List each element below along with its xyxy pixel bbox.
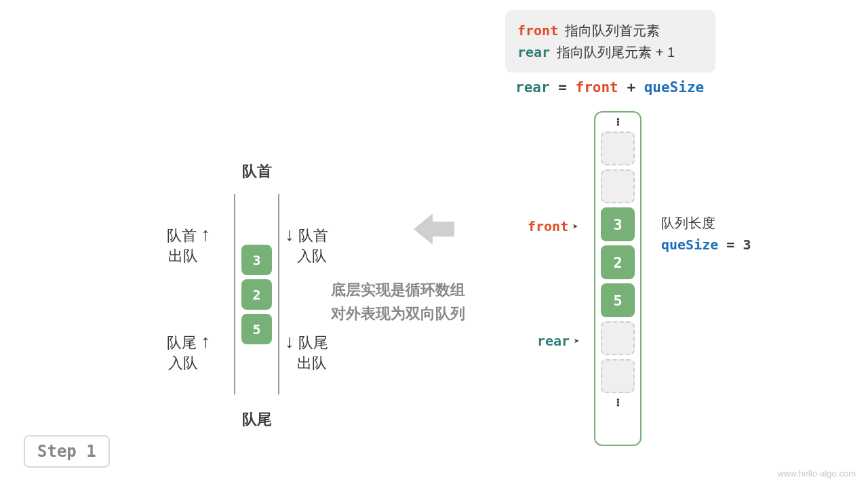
- deque-tail-label: 队尾: [242, 409, 272, 430]
- queue-size-kw: queSize: [661, 237, 718, 253]
- deque-stack: 3 2 5: [241, 245, 272, 344]
- formula-front: front: [576, 79, 618, 96]
- array-slot-empty: [601, 169, 635, 203]
- rear-pointer: rear ➤: [537, 333, 580, 349]
- arrow-text: 队尾: [298, 334, 328, 351]
- arrow-text: 队尾: [167, 334, 197, 351]
- array-slot-empty: [601, 321, 635, 355]
- explanation-text: 底层实现是循环数组 对外表现为双向队列: [331, 278, 465, 325]
- watermark: www.hello-algo.com: [777, 468, 856, 479]
- arrow-text: 队首: [298, 227, 328, 244]
- explanation-line: 底层实现是循环数组: [331, 278, 465, 302]
- arrow-text: 出队: [297, 354, 327, 371]
- arrow-text: 出队: [168, 247, 198, 264]
- arrow-down-icon: ↓: [285, 222, 294, 247]
- formula-plus: +: [618, 79, 644, 96]
- arrow-up-icon: ↑: [201, 222, 210, 247]
- chevron-right-icon: ➤: [574, 336, 579, 346]
- queue-size-title: 队列长度: [661, 212, 751, 234]
- array-slot: 5: [601, 283, 635, 317]
- arrow-tail-pop: ↓ 队尾 出队: [285, 329, 328, 373]
- queue-size-value: = 3: [718, 237, 751, 253]
- arrow-down-icon: ↓: [285, 329, 294, 354]
- rear-pointer-label: rear: [537, 333, 570, 349]
- step-badge: Step 1: [24, 435, 110, 468]
- vdots-icon: ●●●: [616, 117, 619, 127]
- chevron-right-icon: ➤: [572, 221, 578, 232]
- legend-front-desc: 指向队列首元素: [565, 20, 660, 41]
- formula-rear: rear: [515, 79, 550, 96]
- arrow-text: 队首: [167, 227, 197, 244]
- deque-slot: 5: [241, 314, 272, 344]
- array-container: ●●● 3 2 5 ●●●: [594, 111, 642, 446]
- queue-size-label: 队列长度 queSize = 3: [661, 212, 751, 256]
- array-slot: 2: [601, 245, 635, 279]
- legend-rear-desc: 指向队列尾元素 + 1: [557, 41, 675, 63]
- deque-slot: 2: [241, 279, 272, 310]
- vdots-icon: ●●●: [616, 397, 619, 408]
- formula-eq: =: [550, 79, 576, 96]
- arrow-text: 入队: [168, 354, 198, 371]
- array-slot-empty: [601, 131, 635, 165]
- svg-marker-0: [414, 214, 454, 245]
- explanation-line: 对外表现为双向队列: [331, 302, 465, 325]
- legend-front-kw: front: [517, 20, 558, 41]
- front-pointer-label: front: [528, 218, 568, 235]
- arrow-text: 入队: [297, 247, 327, 264]
- arrow-head-push: ↓ 队首 入队: [285, 222, 328, 266]
- big-left-arrow-icon: [414, 212, 454, 246]
- formula-qsize: queSize: [644, 79, 705, 96]
- legend-rear-kw: rear: [517, 41, 550, 63]
- arrow-head-pop: 队首 ↑ 出队: [167, 222, 210, 266]
- formula: rear = front + queSize: [515, 79, 704, 96]
- array-slot-empty: [601, 359, 635, 393]
- front-pointer: front ➤: [528, 218, 578, 235]
- array-slot: 3: [601, 207, 635, 241]
- deque-head-label: 队首: [242, 161, 272, 182]
- arrow-up-icon: ↑: [201, 329, 210, 354]
- arrow-tail-push: 队尾 ↑ 入队: [167, 329, 210, 373]
- deque-slot: 3: [241, 245, 272, 275]
- legend-box: front 指向队列首元素 rear 指向队列尾元素 + 1: [505, 10, 715, 73]
